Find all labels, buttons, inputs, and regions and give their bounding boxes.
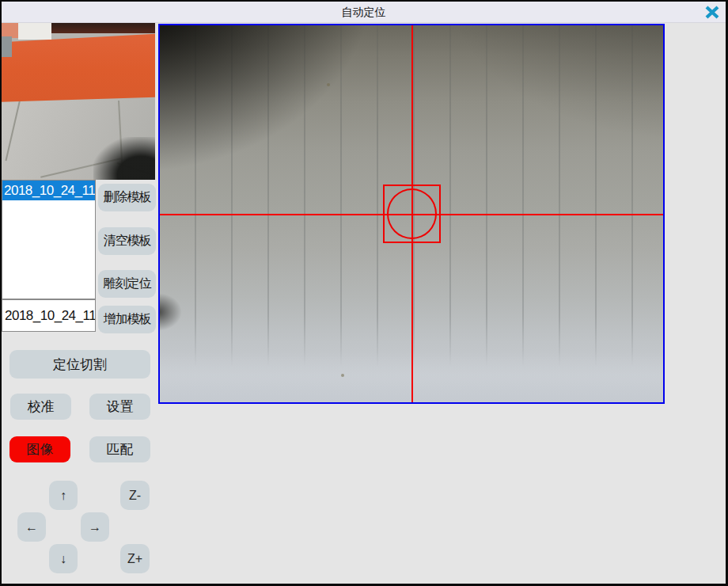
jog-up-button[interactable]: ↑ bbox=[49, 481, 78, 510]
auto-position-dialog: 自动定位 2018_10_24_11 2018_10_24_11 删除模板 清空… bbox=[0, 0, 728, 586]
delete-template-button[interactable]: 删除模板 bbox=[98, 184, 156, 211]
dialog-title: 自动定位 bbox=[2, 6, 726, 20]
titlebar: 自动定位 bbox=[2, 2, 726, 23]
calibrate-button[interactable]: 校准 bbox=[10, 394, 71, 420]
template-list[interactable]: 2018_10_24_11 bbox=[2, 180, 96, 299]
template-name-field[interactable]: 2018_10_24_11 bbox=[2, 299, 96, 332]
crosshair-horizontal-line bbox=[160, 214, 663, 215]
engrave-position-button[interactable]: 雕刻定位 bbox=[98, 270, 156, 298]
jog-down-button[interactable]: ↓ bbox=[49, 544, 78, 573]
camera-view[interactable] bbox=[158, 24, 665, 404]
jog-z-plus-button[interactable]: Z+ bbox=[120, 544, 150, 573]
jog-right-button[interactable]: → bbox=[81, 512, 109, 542]
jog-left-button[interactable]: ← bbox=[17, 512, 46, 542]
position-cut-button[interactable]: 定位切割 bbox=[9, 350, 150, 379]
match-button[interactable]: 匹配 bbox=[89, 436, 150, 462]
clear-template-button[interactable]: 清空模板 bbox=[98, 227, 156, 255]
image-button[interactable]: 图像 bbox=[9, 436, 70, 462]
list-item[interactable]: 2018_10_24_11 bbox=[2, 181, 95, 200]
jog-z-minus-button[interactable]: Z- bbox=[120, 481, 150, 510]
camera-shadow-topleft bbox=[160, 25, 397, 192]
close-icon bbox=[705, 6, 719, 19]
thumbnail-orange-board bbox=[2, 29, 155, 102]
close-button[interactable] bbox=[705, 6, 719, 19]
template-thumbnail bbox=[2, 23, 155, 180]
add-template-button[interactable]: 增加模板 bbox=[98, 306, 156, 333]
settings-button[interactable]: 设置 bbox=[89, 394, 150, 420]
